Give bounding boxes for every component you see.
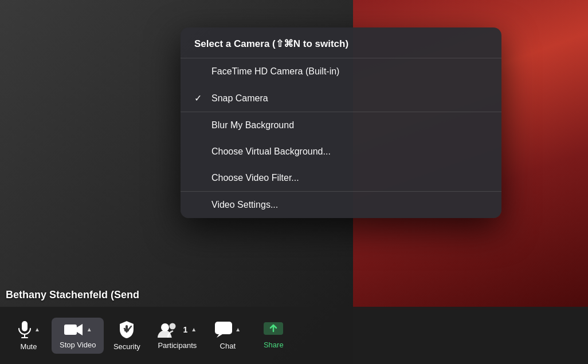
camera-snap-label: Snap Camera <box>211 93 268 104</box>
share-button[interactable]: Share <box>250 318 296 354</box>
stop-video-label: Stop Video <box>60 341 96 349</box>
toolbar: ▲ Mute ▲ Stop Video Security <box>0 307 588 364</box>
camera-option-snap[interactable]: ✓ Snap Camera <box>181 85 501 112</box>
participants-chevron-icon[interactable]: ▲ <box>191 326 197 333</box>
blur-background-label: Blur My Background <box>211 120 294 130</box>
user-label: Bethany Stachenfeld (Send <box>6 289 139 301</box>
stop-video-icon-area: ▲ <box>64 322 92 337</box>
security-icon-area <box>119 321 135 339</box>
camera-option-facetime[interactable]: FaceTime HD Camera (Built-in) <box>181 58 501 85</box>
checkmark-settings <box>194 200 205 210</box>
chat-icon <box>214 321 233 338</box>
checkmark-filter <box>194 173 205 183</box>
svg-rect-8 <box>215 322 232 334</box>
security-button[interactable]: Security <box>104 316 150 355</box>
svg-point-7 <box>170 323 176 329</box>
svg-rect-0 <box>22 321 28 331</box>
participants-icon-area: 1 ▲ <box>158 322 197 338</box>
svg-point-6 <box>161 323 169 331</box>
checkmark-facetime <box>194 66 205 77</box>
checkmark-snap: ✓ <box>194 93 205 104</box>
chat-label: Chat <box>220 342 236 350</box>
security-label: Security <box>113 342 140 351</box>
participants-count: 1 <box>183 325 187 334</box>
chat-button[interactable]: ▲ Chat <box>205 316 250 355</box>
virtual-background-label: Choose Virtual Background... <box>211 147 331 157</box>
dropdown-title: Select a Camera (⇧⌘N to switch) <box>181 27 501 58</box>
background-section: Blur My Background Choose Virtual Backgr… <box>181 112 501 191</box>
video-camera-icon <box>64 322 84 337</box>
microphone-icon <box>17 321 32 339</box>
stop-video-chevron-icon[interactable]: ▲ <box>87 326 92 333</box>
share-screen-icon <box>264 322 283 337</box>
blur-background-option[interactable]: Blur My Background <box>181 112 501 139</box>
shield-icon <box>119 321 135 339</box>
camera-section: FaceTime HD Camera (Built-in) ✓ Snap Cam… <box>181 58 501 112</box>
video-settings-label: Video Settings... <box>211 200 278 210</box>
video-filter-label: Choose Video Filter... <box>211 173 299 183</box>
mute-button[interactable]: ▲ Mute <box>6 316 52 355</box>
checkmark-virtual <box>194 147 205 157</box>
share-label: Share <box>264 341 284 349</box>
participants-icon <box>158 322 179 338</box>
svg-rect-5 <box>124 329 129 331</box>
stop-video-button[interactable]: ▲ Stop Video <box>52 318 104 354</box>
mute-chevron-icon[interactable]: ▲ <box>34 326 40 333</box>
virtual-background-option[interactable]: Choose Virtual Background... <box>181 139 501 165</box>
mute-label: Mute <box>21 342 37 351</box>
settings-section: Video Settings... <box>181 191 501 218</box>
participants-button[interactable]: 1 ▲ Participants <box>150 317 205 354</box>
share-icon-area <box>264 322 283 337</box>
chat-icon-area: ▲ <box>214 321 241 338</box>
checkmark-blur <box>194 120 205 130</box>
camera-facetime-label: FaceTime HD Camera (Built-in) <box>211 66 339 77</box>
camera-dropdown: Select a Camera (⇧⌘N to switch) FaceTime… <box>181 27 501 218</box>
participants-label: Participants <box>158 341 197 350</box>
mute-icon-area: ▲ <box>17 321 40 339</box>
video-filter-option[interactable]: Choose Video Filter... <box>181 165 501 191</box>
chat-chevron-icon[interactable]: ▲ <box>235 326 241 333</box>
video-settings-option[interactable]: Video Settings... <box>181 192 501 218</box>
svg-rect-3 <box>64 325 77 335</box>
